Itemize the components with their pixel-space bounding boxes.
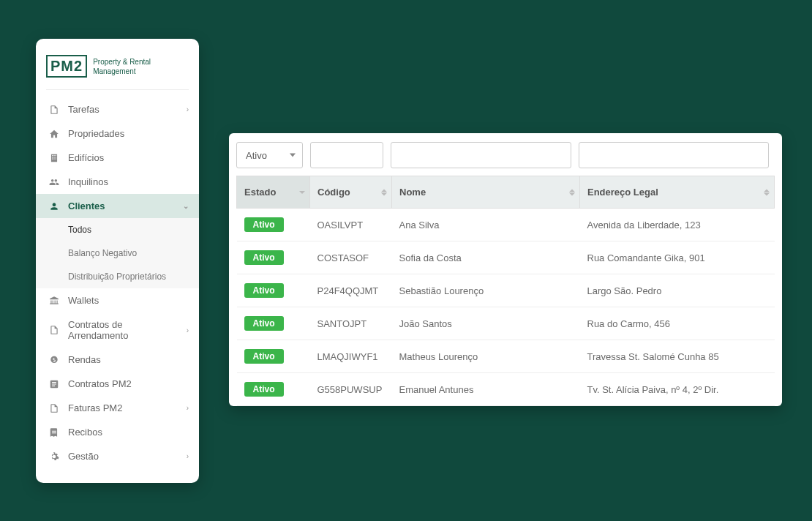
status-badge: Ativo — [244, 217, 284, 232]
nav-label: Rendas — [68, 354, 101, 365]
nav-item-propriedades[interactable]: Propriedades — [36, 121, 199, 146]
table-row[interactable]: AtivoSANTOJPTJoão SantosRua do Carmo, 45… — [237, 307, 775, 340]
filter-row: Ativo — [236, 142, 775, 168]
subnav-clientes: Todos Balanço Negativo Distribuição Prop… — [36, 218, 199, 288]
subnav-item-balanco[interactable]: Balanço Negativo — [36, 241, 199, 265]
col-header-nome[interactable]: Nome — [392, 176, 580, 209]
cell-endereco: Largo São. Pedro — [580, 274, 775, 307]
bank-icon — [49, 296, 59, 306]
document-icon — [49, 379, 59, 389]
nav-label: Contratos de Arrendamento — [68, 319, 178, 341]
cell-codigo: SANTOJPT — [310, 307, 392, 340]
building-icon — [49, 153, 59, 163]
cell-estado: Ativo — [237, 274, 310, 307]
status-badge: Ativo — [244, 382, 284, 397]
col-header-label: Estado — [244, 187, 276, 198]
nav-label: Recibos — [68, 427, 102, 438]
nav-item-contratos-pm2[interactable]: Contratos PM2 — [36, 372, 199, 396]
nav-item-edificios[interactable]: Edifícios — [36, 146, 199, 170]
nav-list: Tarefas › Propriedades Edifícios Inquili… — [36, 97, 199, 468]
gear-icon — [49, 451, 59, 462]
cell-codigo: G558PUWSUP — [310, 373, 392, 406]
nav-item-rendas[interactable]: Rendas — [36, 348, 199, 372]
nav-label: Wallets — [68, 295, 99, 306]
file-icon — [49, 325, 59, 335]
nav-label: Gestão — [68, 451, 99, 462]
nav-label: Edifícios — [68, 152, 104, 163]
cell-nome: Sofia da Costa — [392, 241, 580, 274]
col-header-label: Código — [317, 187, 350, 198]
nav-item-recibos[interactable]: Recibos — [36, 420, 199, 444]
cell-estado: Ativo — [237, 340, 310, 373]
table-row[interactable]: AtivoCOSTASOFSofia da CostaRua Comandant… — [237, 241, 775, 274]
nav-item-wallets[interactable]: Wallets — [36, 288, 199, 312]
subnav-item-distrib[interactable]: Distribuição Proprietários — [36, 265, 199, 288]
filter-estado-value: Ativo — [246, 150, 267, 161]
nav-label: Faturas PM2 — [68, 402, 122, 413]
table-row[interactable]: AtivoP24F4QQJMTSebastião LourençoLargo S… — [237, 274, 775, 307]
person-icon — [49, 201, 59, 211]
status-badge: Ativo — [244, 283, 284, 298]
cell-estado: Ativo — [237, 241, 310, 274]
filter-estado-select[interactable]: Ativo — [236, 142, 303, 168]
cell-nome: Matheus Lourenço — [392, 340, 580, 373]
nav-item-faturas-pm2[interactable]: Faturas PM2 › — [36, 396, 199, 420]
caret-down-icon — [290, 154, 296, 157]
cell-endereco: Travessa St. Salomé Cunha 85 — [580, 340, 775, 373]
filter-endereco-input[interactable] — [579, 142, 769, 168]
file-icon — [49, 403, 59, 413]
col-header-estado[interactable]: Estado — [237, 176, 310, 209]
home-icon — [49, 129, 59, 139]
sort-icon — [299, 191, 305, 194]
cell-estado: Ativo — [237, 373, 310, 406]
status-badge: Ativo — [244, 349, 284, 364]
sort-icon — [764, 189, 770, 195]
nav-item-tarefas[interactable]: Tarefas › — [36, 97, 199, 121]
cell-codigo: OASILVPT — [310, 209, 392, 241]
people-icon — [49, 177, 59, 187]
divider — [46, 89, 189, 90]
nav-label: Clientes — [68, 200, 105, 211]
filter-codigo-input[interactable] — [310, 142, 383, 168]
status-badge: Ativo — [244, 316, 284, 331]
cell-codigo: COSTASOF — [310, 241, 392, 274]
nav-label: Inquilinos — [68, 176, 108, 187]
cell-endereco: Rua Comandante Gika, 901 — [580, 241, 775, 274]
col-header-codigo[interactable]: Código — [310, 176, 392, 209]
cell-endereco: Rua do Carmo, 456 — [580, 307, 775, 340]
table-row[interactable]: AtivoG558PUWSUPEmanuel AntunesTv. St. Al… — [237, 373, 775, 406]
receipt-icon — [49, 427, 59, 438]
logo-tagline-line2: Management — [93, 67, 151, 76]
table-row[interactable]: AtivoOASILVPTAna SilvaAvenida da Liberda… — [237, 209, 775, 241]
subnav-item-todos[interactable]: Todos — [36, 218, 199, 241]
nav-item-contratos-arr[interactable]: Contratos de Arrendamento › — [36, 312, 199, 348]
dollar-icon — [49, 355, 59, 365]
filter-nome-input[interactable] — [391, 142, 571, 168]
cell-endereco: Tv. St. Alícia Paiva, nº 4, 2º Dir. — [580, 373, 775, 406]
sidebar: PM2 Property & Rental Management Tarefas… — [36, 39, 199, 483]
col-header-endereco[interactable]: Endereço Legal — [580, 176, 775, 209]
sort-icon — [569, 189, 575, 195]
cell-codigo: LMAQJIWYF1 — [310, 340, 392, 373]
nav-label: Propriedades — [68, 128, 124, 139]
cell-estado: Ativo — [237, 209, 310, 241]
chevron-right-icon: › — [187, 404, 189, 412]
cell-nome: Sebastião Lourenço — [392, 274, 580, 307]
nav-item-inquilinos[interactable]: Inquilinos — [36, 170, 199, 194]
col-header-label: Nome — [399, 187, 426, 198]
logo-tagline: Property & Rental Management — [93, 57, 151, 76]
cell-nome: Emanuel Antunes — [392, 373, 580, 406]
cell-codigo: P24F4QQJMT — [310, 274, 392, 307]
nav-item-gestao[interactable]: Gestão › — [36, 444, 199, 468]
status-badge: Ativo — [244, 250, 284, 265]
file-icon — [49, 105, 59, 115]
nav-item-clientes[interactable]: Clientes ⌄ — [36, 194, 199, 218]
nav-label: Contratos PM2 — [68, 378, 132, 389]
cell-endereco: Avenida da Liberdade, 123 — [580, 209, 775, 241]
table-header-row: Estado Código Nome Endereço Legal — [237, 176, 775, 209]
table-row[interactable]: AtivoLMAQJIWYF1Matheus LourençoTravessa … — [237, 340, 775, 373]
chevron-right-icon: › — [187, 326, 189, 334]
logo-tagline-line1: Property & Rental — [93, 57, 151, 67]
cell-nome: Ana Silva — [392, 209, 580, 241]
cell-estado: Ativo — [237, 307, 310, 340]
